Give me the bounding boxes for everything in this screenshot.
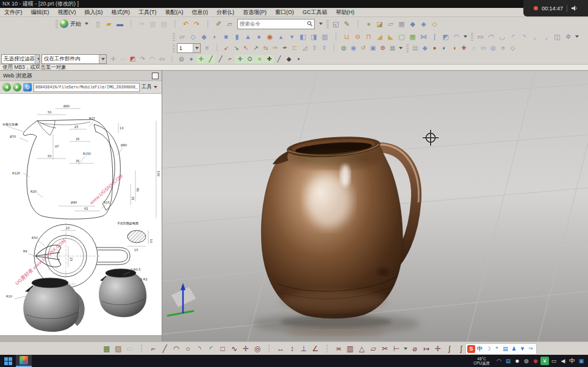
speaker-icon[interactable]: [571, 5, 578, 12]
toolbar-separator[interactable]: ┆: [126, 19, 136, 29]
toolbar-separator[interactable]: ┆: [329, 44, 339, 52]
skin-icon[interactable]: ▼: [518, 345, 526, 353]
shell-icon[interactable]: ▢: [396, 32, 407, 41]
dialog-box-icon[interactable]: ◱: [331, 19, 341, 29]
edit-object-icon[interactable]: ✑: [271, 44, 280, 52]
start-menu-button[interactable]: 开始: [60, 20, 90, 28]
toolbar-separator[interactable]: ┆: [331, 32, 341, 41]
toolbar-drag-handle[interactable]: [173, 45, 175, 52]
menu-item[interactable]: 插入(S): [81, 9, 107, 16]
grayed-label-icon[interactable]: ▭: [124, 343, 135, 354]
perpendicular-constraint-icon[interactable]: ⊥: [298, 343, 309, 354]
command-pencil-icon[interactable]: ✐: [213, 19, 224, 29]
tray-partial-icon[interactable]: ▣: [577, 357, 586, 365]
back-button[interactable]: [2, 83, 11, 91]
sogou-logo-icon[interactable]: S: [467, 345, 475, 353]
tray-doc-icon[interactable]: ▤: [504, 357, 512, 365]
chevron-down-icon[interactable]: [464, 35, 467, 38]
existing-point-icon[interactable]: ✚: [265, 55, 274, 63]
grayed-rect-icon[interactable]: ▭: [118, 55, 127, 63]
search-icon[interactable]: [307, 21, 313, 27]
datum-icon[interactable]: ▭: [479, 44, 488, 52]
address-bar[interactable]: [34, 83, 140, 92]
copy-icon[interactable]: ▥: [148, 19, 158, 29]
empty-circle-icon[interactable]: ○: [498, 44, 507, 52]
rectangle-icon[interactable]: □: [217, 343, 228, 354]
toolbar-separator[interactable]: ┆: [264, 343, 274, 354]
window-copy-icon[interactable]: ▱: [224, 19, 235, 29]
chevron-down-icon[interactable]: [399, 47, 403, 49]
pencil-icon[interactable]: ✎: [342, 19, 352, 29]
reference-circle-icon[interactable]: ◌: [469, 44, 478, 52]
menu-item[interactable]: 视图(V): [54, 9, 81, 16]
tray-tim-icon[interactable]: ☻: [513, 357, 522, 365]
zoom-view-icon[interactable]: ↺: [359, 44, 368, 52]
ruled-icon[interactable]: ◡: [497, 32, 507, 41]
toolbar-separator[interactable]: ┆: [353, 19, 363, 29]
hole-icon[interactable]: ◉: [265, 32, 275, 41]
toolbar-separator[interactable]: ┆: [203, 19, 213, 29]
chevron-down-icon[interactable]: [319, 23, 323, 25]
arc-center-icon[interactable]: ⊙: [245, 55, 254, 63]
tray-browser-icon[interactable]: ◉: [531, 357, 540, 365]
paste-icon[interactable]: ▤: [159, 19, 169, 29]
rotate-view-icon[interactable]: ◍: [339, 44, 348, 52]
chamfer-icon[interactable]: ◩: [440, 32, 451, 41]
menu-item[interactable]: 文件(F): [0, 9, 27, 16]
point-on-face-icon[interactable]: ◆: [284, 55, 293, 63]
swap-icon[interactable]: ⇆: [261, 44, 270, 52]
snap-enable-icon[interactable]: ✛: [109, 55, 118, 63]
tray-money-icon[interactable]: ¥: [540, 357, 549, 365]
offset-surface-icon[interactable]: ✲: [563, 32, 573, 41]
mid-point-icon[interactable]: ╱: [216, 55, 225, 63]
split-body-icon[interactable]: ◣: [385, 32, 396, 41]
datum-plane-icon[interactable]: ◇: [188, 32, 198, 41]
toolbar-separator[interactable]: ┆: [321, 343, 332, 354]
mirror-feature-icon[interactable]: ⋈: [418, 32, 429, 41]
cone-icon[interactable]: ▲: [243, 32, 253, 41]
grid-icon[interactable]: ▦: [388, 44, 397, 52]
open-icon[interactable]: ▰: [104, 19, 114, 29]
panel-maximize-button[interactable]: [152, 73, 159, 79]
combo-arrow-button[interactable]: [99, 55, 106, 63]
tray-globe-icon[interactable]: ◍: [522, 357, 531, 365]
redo-icon[interactable]: ↷: [192, 19, 202, 29]
section-view-icon[interactable]: ◐: [440, 44, 449, 52]
menu-item[interactable]: 编辑(E): [27, 9, 54, 16]
save-icon[interactable]: ▬: [115, 19, 125, 29]
vector-icon[interactable]: ↖: [242, 44, 251, 52]
subtract-icon[interactable]: ⊖: [353, 32, 363, 41]
measure-angle-icon[interactable]: ↘: [232, 44, 241, 52]
toolbox-icon[interactable]: ✑: [527, 345, 535, 353]
point-on-curve-icon[interactable]: ╱: [274, 55, 284, 63]
pad-icon[interactable]: ◧: [298, 32, 308, 41]
n-sided-surface-icon[interactable]: ◟: [530, 32, 540, 41]
render-style-icon[interactable]: ◆: [420, 44, 429, 52]
material-sphere-icon[interactable]: ●: [364, 19, 374, 29]
highlight-box-icon[interactable]: ◩: [128, 55, 137, 63]
pattern-curve-icon[interactable]: ▥: [345, 343, 356, 354]
display-mode-icon[interactable]: ▦: [396, 19, 407, 29]
circle-icon[interactable]: ○: [182, 343, 193, 354]
tools-menu[interactable]: 工具: [142, 84, 159, 91]
through-curves-icon[interactable]: ◜: [508, 32, 518, 41]
offset-curve-icon[interactable]: ◎: [252, 343, 263, 354]
sketch-name-icon[interactable]: ▨: [113, 343, 124, 354]
show-constraints-icon[interactable]: ▱: [368, 343, 379, 354]
layer-combo[interactable]: 1: [177, 43, 201, 53]
arc-corner2-icon[interactable]: ◜: [206, 343, 217, 354]
combo-arrow-button[interactable]: [193, 44, 200, 52]
graphics-viewport[interactable]: [162, 71, 588, 341]
thicken-icon[interactable]: ◫: [552, 32, 562, 41]
extrude-icon[interactable]: ◆: [199, 32, 209, 41]
rapid-dimension-icon[interactable]: ↔: [275, 343, 286, 354]
intersection-icon[interactable]: ✛: [235, 55, 245, 63]
menu-item[interactable]: 分析(L): [212, 9, 238, 16]
rect-select-icon[interactable]: ▭: [157, 55, 167, 63]
search-input[interactable]: [238, 20, 307, 29]
gem-icon[interactable]: ◇: [508, 44, 517, 52]
tray-lang-icon[interactable]: 中: [568, 357, 576, 365]
shaded-view-icon[interactable]: ◇: [429, 19, 440, 29]
boss-icon[interactable]: ▴: [276, 32, 286, 41]
perspective-icon[interactable]: ⊕: [378, 44, 387, 52]
